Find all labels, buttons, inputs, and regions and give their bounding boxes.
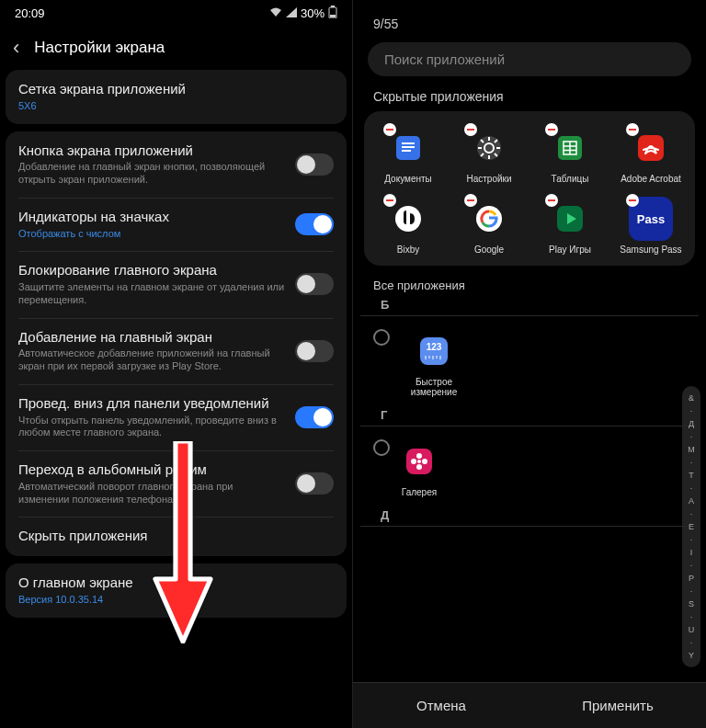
app-row-gallery[interactable]: Галерея: [353, 430, 706, 506]
toggle[interactable]: [295, 273, 334, 295]
index-letter[interactable]: ·: [690, 509, 693, 518]
apply-button[interactable]: Применить: [530, 683, 706, 728]
index-letter[interactable]: Y: [689, 651, 694, 660]
toggle[interactable]: [295, 340, 334, 362]
search-placeholder: Поиск приложений: [384, 51, 505, 67]
index-letter[interactable]: ·: [690, 638, 693, 647]
toggle[interactable]: [295, 154, 334, 176]
app-google[interactable]: Google: [450, 193, 528, 258]
index-letter[interactable]: S: [689, 599, 694, 609]
remove-badge-icon[interactable]: [626, 123, 639, 136]
svg-rect-6: [402, 150, 411, 152]
acrobat-icon: [629, 126, 673, 170]
card-about: О главном экране Версия 10.0.35.14: [6, 563, 347, 618]
app-pass[interactable]: PassSamsung Pass: [612, 193, 689, 258]
hidden-apps-label: Скрытые приложения: [353, 85, 706, 111]
status-bar: 20:09 30%: [0, 0, 352, 26]
card-toggles: Кнопка экрана приложений Добавление на г…: [6, 131, 347, 557]
row-swipe-down[interactable]: Провед. вниз для панели уведомлений Чтоб…: [6, 384, 347, 450]
all-apps-list: Б123Быстрое измерениеГГалереяД: [353, 296, 706, 527]
svg-rect-4: [402, 142, 415, 144]
index-letter[interactable]: ·: [690, 432, 693, 441]
index-letter[interactable]: Т: [689, 471, 694, 480]
row-title: Сетка экрана приложений: [18, 81, 325, 98]
index-letter[interactable]: А: [689, 496, 694, 506]
row-hide-apps[interactable]: Скрыть приложения: [6, 517, 347, 556]
index-letter[interactable]: ·: [690, 406, 693, 415]
row-badge-indicators[interactable]: Индикаторы на значках Отображать с число…: [6, 198, 347, 252]
toggle[interactable]: [295, 472, 334, 495]
remove-badge-icon[interactable]: [545, 123, 558, 136]
hidden-apps-panel: ДокументыНастройкиТаблицыAdobe AcrobatBi…: [364, 111, 695, 266]
index-letter[interactable]: ·: [690, 483, 693, 493]
index-letter[interactable]: U: [689, 625, 695, 634]
row-about[interactable]: О главном экране Версия 10.0.35.14: [6, 563, 347, 618]
app-row-measure[interactable]: 123Быстрое измерение: [353, 320, 706, 406]
app-label: Play Игры: [549, 245, 591, 255]
app-bixby[interactable]: Bixby: [370, 193, 447, 258]
index-letter[interactable]: ·: [690, 535, 693, 544]
app-label: Samsung Pass: [620, 245, 681, 255]
row-lock-home[interactable]: Блокирование главного экрана Защитите эл…: [6, 251, 347, 317]
search-input[interactable]: Поиск приложений: [368, 42, 691, 76]
app-label: Adobe Acrobat: [621, 174, 681, 184]
index-letter[interactable]: I: [690, 548, 693, 557]
index-letter[interactable]: ·: [690, 612, 693, 621]
page-title: Настройки экрана: [34, 39, 165, 57]
svg-point-36: [422, 459, 427, 464]
row-landscape[interactable]: Переход в альбомный режим Автоматический…: [6, 450, 347, 517]
docs-icon: [386, 126, 430, 170]
app-acrobat[interactable]: Adobe Acrobat: [612, 122, 689, 188]
cancel-button[interactable]: Отмена: [353, 683, 530, 728]
remove-badge-icon[interactable]: [626, 194, 639, 207]
svg-point-39: [417, 460, 421, 463]
index-letter[interactable]: Е: [689, 522, 694, 531]
app-docs[interactable]: Документы: [370, 122, 447, 188]
remove-badge-icon[interactable]: [464, 194, 477, 207]
index-letter[interactable]: &: [689, 393, 694, 403]
row-app-grid[interactable]: Сетка экрана приложений 5X6: [6, 70, 347, 124]
alphabet-index[interactable]: &·Д·М·Т·А·Е·I·Р·S·U·Y: [682, 386, 700, 667]
selection-counter: 9/55: [353, 0, 706, 35]
wifi-icon: [269, 6, 282, 20]
card-grid: Сетка экрана приложений 5X6: [6, 70, 347, 124]
battery-percent: 30%: [301, 6, 325, 20]
remove-badge-icon[interactable]: [545, 194, 558, 207]
row-apps-button[interactable]: Кнопка экрана приложений Добавление на г…: [6, 131, 347, 198]
app-sheets[interactable]: Таблицы: [531, 122, 609, 188]
app-settings[interactable]: Настройки: [450, 122, 528, 188]
signal-icon: [286, 6, 297, 20]
svg-text:123: 123: [427, 342, 442, 352]
index-letter[interactable]: ·: [690, 586, 693, 596]
svg-point-23: [395, 206, 421, 232]
select-radio[interactable]: [373, 329, 390, 346]
index-letter[interactable]: М: [688, 445, 695, 454]
bottom-action-bar: Отмена Применить: [353, 682, 706, 728]
remove-badge-icon[interactable]: [383, 194, 396, 207]
toggle[interactable]: [295, 406, 334, 428]
gallery-icon: [397, 439, 441, 483]
all-apps-label: Все приложения: [353, 266, 706, 296]
index-letter[interactable]: Д: [689, 419, 694, 428]
app-label: Google: [474, 245, 504, 255]
select-radio[interactable]: [373, 439, 390, 456]
index-letter[interactable]: ·: [690, 561, 693, 570]
remove-badge-icon[interactable]: [383, 123, 396, 136]
remove-badge-icon[interactable]: [464, 123, 477, 136]
index-letter[interactable]: ·: [690, 458, 693, 467]
app-drawer-screen: 9/55 Поиск приложений Скрытые приложения…: [353, 0, 706, 728]
app-play[interactable]: Play Игры: [531, 193, 609, 258]
app-label: Настройки: [466, 174, 511, 184]
svg-rect-1: [331, 6, 335, 7]
bixby-icon: [386, 197, 430, 241]
svg-rect-2: [330, 15, 336, 17]
play-icon: [548, 197, 592, 241]
index-letter[interactable]: Р: [689, 574, 694, 583]
svg-rect-5: [402, 146, 415, 148]
battery-icon: [328, 6, 337, 21]
back-icon[interactable]: ‹: [13, 36, 19, 60]
svg-point-35: [416, 453, 422, 459]
row-add-to-home[interactable]: Добавление на главный экран Автоматическ…: [6, 318, 347, 384]
letter-header: Б: [360, 296, 699, 316]
toggle[interactable]: [295, 213, 334, 235]
